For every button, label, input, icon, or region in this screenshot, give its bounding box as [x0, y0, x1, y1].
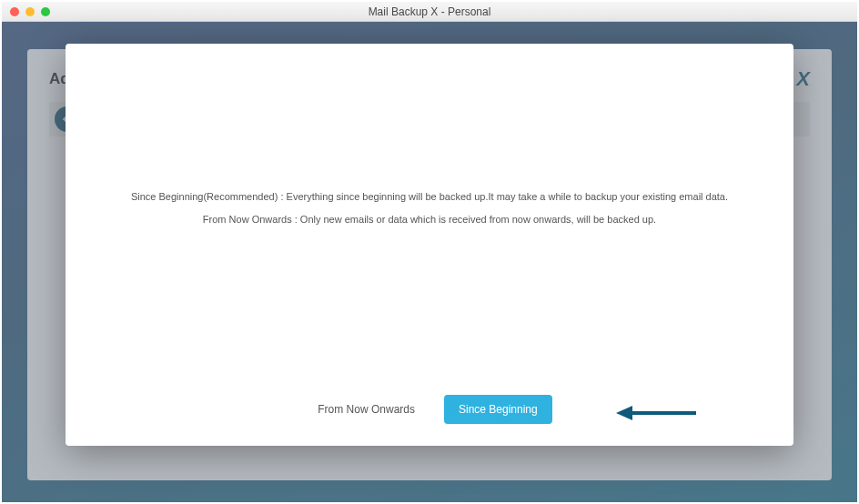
window-title: Mail Backup X - Personal [2, 5, 857, 18]
desc-line-since: Since Beginning(Recommended) : Everythin… [102, 189, 757, 205]
modal-overlay: Since Beginning(Recommended) : Everythin… [2, 22, 857, 502]
dialog-description: Since Beginning(Recommended) : Everythin… [66, 189, 793, 227]
from-now-onwards-button[interactable]: From Now Onwards [307, 396, 426, 423]
dialog-actions: From Now Onwards Since Beginning [66, 395, 793, 424]
minimize-window-button[interactable] [25, 7, 35, 16]
since-beginning-button[interactable]: Since Beginning [444, 395, 552, 424]
maximize-window-button[interactable] [41, 7, 50, 16]
app-background: Add Ne ackup X Since Beginning(Recomme [2, 22, 857, 502]
desc-line-onwards: From Now Onwards : Only new emails or da… [102, 212, 757, 227]
backup-range-dialog: Since Beginning(Recommended) : Everythin… [66, 44, 793, 446]
close-window-button[interactable] [10, 7, 19, 16]
traffic-lights [2, 7, 50, 16]
window-titlebar: Mail Backup X - Personal [2, 2, 857, 22]
app-window: Mail Backup X - Personal Add Ne ackup X [0, 0, 859, 504]
